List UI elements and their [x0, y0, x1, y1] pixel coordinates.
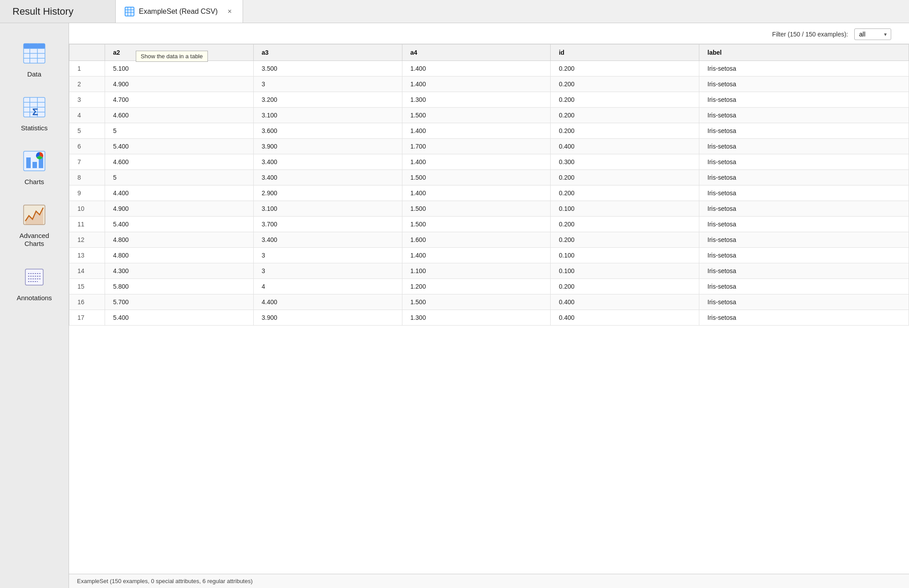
cell-id: 0.200	[551, 123, 699, 139]
svg-rect-23	[26, 157, 31, 168]
svg-rect-29	[25, 269, 43, 285]
cell-a3: 3	[253, 77, 402, 92]
col-header-index	[69, 44, 105, 61]
cell-a4: 1.100	[402, 263, 551, 279]
cell-a4: 1.400	[402, 154, 551, 170]
cell-a2: 5.800	[105, 279, 254, 294]
cell-id: 0.400	[551, 310, 699, 326]
cell-label: Iris-setosa	[699, 123, 909, 139]
cell-index: 6	[69, 139, 105, 154]
sidebar-item-charts[interactable]: Charts	[0, 140, 69, 193]
cell-id: 0.200	[551, 185, 699, 201]
table-row: 155.80041.2000.200Iris-setosa	[69, 279, 909, 294]
cell-a3: 4	[253, 279, 402, 294]
data-table: a2 a3 a4 id label 15.1003.5001.4000.200I…	[69, 44, 909, 326]
table-row: 74.6003.4001.4000.300Iris-setosa	[69, 154, 909, 170]
content-area: Filter (150 / 150 examples): all correct…	[69, 23, 909, 588]
svg-rect-12	[24, 44, 30, 48]
cell-a3: 3.200	[253, 92, 402, 108]
cell-label: Iris-setosa	[699, 248, 909, 263]
cell-a3: 3.900	[253, 139, 402, 154]
table-row: 553.6001.4000.200Iris-setosa	[69, 123, 909, 139]
cell-a4: 1.500	[402, 108, 551, 123]
cell-index: 5	[69, 123, 105, 139]
tab-close-button[interactable]: ×	[226, 8, 234, 16]
filter-select[interactable]: all correct wrong	[854, 28, 891, 40]
cell-a4: 1.500	[402, 170, 551, 185]
table-row: 104.9003.1001.5000.100Iris-setosa	[69, 201, 909, 217]
col-header-id: id	[551, 44, 699, 61]
sidebar-item-statistics[interactable]: Σ Statistics	[0, 86, 69, 140]
cell-a2: 4.900	[105, 77, 254, 92]
data-icon	[21, 40, 48, 67]
cell-id: 0.200	[551, 92, 699, 108]
result-history-title: Result History	[0, 0, 116, 23]
cell-id: 0.200	[551, 108, 699, 123]
cell-a3: 3.100	[253, 108, 402, 123]
sidebar-item-annotations[interactable]: Annotations	[0, 256, 69, 310]
table-row: 124.8003.4001.6000.200Iris-setosa	[69, 232, 909, 248]
sidebar-data-label: Data	[27, 70, 41, 78]
cell-index: 14	[69, 263, 105, 279]
cell-a4: 1.500	[402, 217, 551, 232]
cell-id: 0.400	[551, 294, 699, 310]
cell-label: Iris-setosa	[699, 232, 909, 248]
sidebar-item-data[interactable]: Data	[0, 32, 69, 86]
table-wrap[interactable]: a2 a3 a4 id label 15.1003.5001.4000.200I…	[69, 44, 909, 574]
svg-rect-14	[37, 44, 45, 48]
cell-a2: 4.600	[105, 154, 254, 170]
statistics-icon: Σ	[21, 94, 48, 121]
tab-icon	[125, 7, 134, 16]
table-row: 165.7004.4001.5000.400Iris-setosa	[69, 294, 909, 310]
sidebar-charts-label: Charts	[24, 178, 44, 185]
main-layout: Data Σ Statistics	[0, 23, 909, 588]
cell-a2: 5.700	[105, 294, 254, 310]
table-row: 134.80031.4000.100Iris-setosa	[69, 248, 909, 263]
table-body: 15.1003.5001.4000.200Iris-setosa24.90031…	[69, 61, 909, 326]
cell-a4: 1.300	[402, 92, 551, 108]
cell-a4: 1.400	[402, 77, 551, 92]
sidebar-item-advanced-charts[interactable]: AdvancedCharts	[0, 193, 69, 256]
cell-a2: 4.600	[105, 108, 254, 123]
cell-index: 2	[69, 77, 105, 92]
active-tab[interactable]: ExampleSet (Read CSV) ×	[116, 0, 243, 23]
cell-index: 3	[69, 92, 105, 108]
cell-a3: 3.500	[253, 61, 402, 77]
cell-index: 11	[69, 217, 105, 232]
cell-a2: 4.300	[105, 263, 254, 279]
cell-a3: 3.900	[253, 310, 402, 326]
cell-a4: 1.200	[402, 279, 551, 294]
sidebar-annotations-label: Annotations	[16, 294, 52, 302]
col-header-a3: a3	[253, 44, 402, 61]
cell-a4: 1.300	[402, 310, 551, 326]
title-bar: Result History ExampleSet (Read CSV) ×	[0, 0, 909, 23]
cell-a2: 5.400	[105, 139, 254, 154]
filter-select-wrap[interactable]: all correct wrong	[854, 28, 891, 40]
filter-label: Filter (150 / 150 examples):	[772, 31, 848, 38]
cell-id: 0.100	[551, 248, 699, 263]
tab-label: ExampleSet (Read CSV)	[139, 8, 218, 16]
cell-label: Iris-setosa	[699, 201, 909, 217]
cell-a3: 3	[253, 263, 402, 279]
cell-label: Iris-setosa	[699, 61, 909, 77]
cell-id: 0.200	[551, 170, 699, 185]
table-row: 853.4001.5000.200Iris-setosa	[69, 170, 909, 185]
cell-id: 0.200	[551, 77, 699, 92]
table-row: 94.4002.9001.4000.200Iris-setosa	[69, 185, 909, 201]
cell-index: 9	[69, 185, 105, 201]
table-row: 34.7003.2001.3000.200Iris-setosa	[69, 92, 909, 108]
cell-a2: 4.900	[105, 201, 254, 217]
cell-a3: 3.600	[253, 123, 402, 139]
cell-label: Iris-setosa	[699, 108, 909, 123]
sidebar-statistics-label: Statistics	[21, 124, 48, 132]
table-row: 144.30031.1000.100Iris-setosa	[69, 263, 909, 279]
cell-id: 0.200	[551, 61, 699, 77]
cell-label: Iris-setosa	[699, 263, 909, 279]
cell-index: 7	[69, 154, 105, 170]
cell-a3: 3.100	[253, 201, 402, 217]
cell-label: Iris-setosa	[699, 77, 909, 92]
cell-a4: 1.700	[402, 139, 551, 154]
cell-a4: 1.400	[402, 248, 551, 263]
cell-a4: 1.600	[402, 232, 551, 248]
annotations-icon	[21, 264, 48, 290]
